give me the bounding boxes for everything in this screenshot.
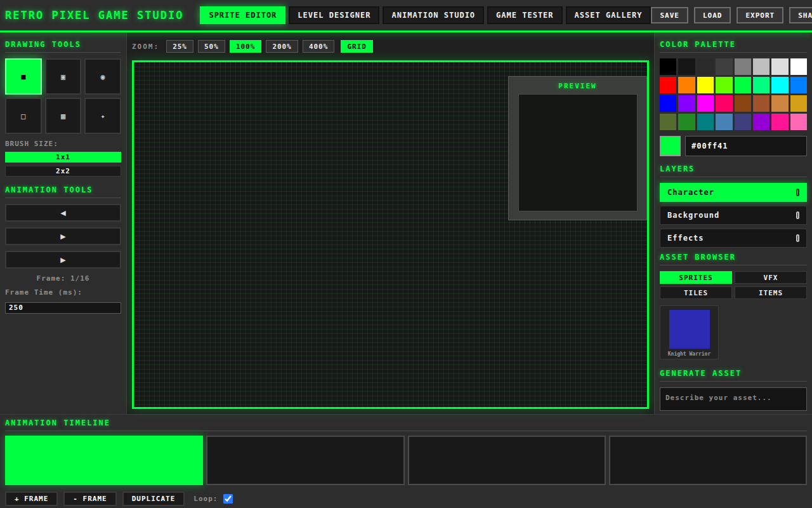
- palette-swatch[interactable]: [697, 58, 714, 75]
- animation-transport-button[interactable]: ▶: [5, 251, 121, 269]
- asset-category-tab[interactable]: ITEMS: [735, 286, 807, 299]
- palette-swatch[interactable]: [790, 77, 807, 93]
- layer-item[interactable]: Character: [660, 183, 807, 202]
- palette-swatch[interactable]: [697, 114, 714, 130]
- nav-tab[interactable]: ANIMATION STUDIO: [383, 6, 484, 24]
- asset-description-input[interactable]: [660, 387, 807, 411]
- timeline-frame[interactable]: [609, 436, 807, 485]
- timeline-frame[interactable]: [408, 436, 606, 485]
- pixel-canvas[interactable]: PREVIEW: [132, 60, 649, 409]
- app-header: RETRO PIXEL GAME STUDIO SPRITE EDITOR LE…: [0, 0, 812, 32]
- app-title: RETRO PIXEL GAME STUDIO: [5, 9, 183, 22]
- generate-asset-title: GENERATE ASSET: [660, 369, 807, 382]
- brush-size-list: 1x1 2x2: [5, 152, 121, 177]
- timeline-button[interactable]: + FRAME: [5, 491, 58, 506]
- palette-swatch[interactable]: [716, 58, 732, 75]
- main-nav: SPRITE EDITOR LEVEL DESIGNER ANIMATION S…: [200, 6, 651, 24]
- palette-swatch[interactable]: [716, 114, 732, 130]
- brush-size-button[interactable]: 1x1: [5, 152, 121, 163]
- zoom-bar: ZOOM: 25% 50% 100% 200% 400% GRID: [132, 32, 649, 60]
- tool-icon: ✦: [101, 112, 105, 121]
- layer-visibility-icon[interactable]: [796, 189, 799, 196]
- brush-size-button[interactable]: 2x2: [5, 166, 121, 177]
- animation-transport-button[interactable]: ▶: [5, 227, 121, 245]
- layer-visibility-icon[interactable]: [796, 234, 799, 242]
- loop-checkbox[interactable]: [223, 494, 233, 504]
- animation-transport-button[interactable]: ◀: [5, 204, 121, 222]
- layer-item[interactable]: Effects: [660, 229, 807, 248]
- palette-swatch[interactable]: [678, 95, 695, 112]
- nav-tab[interactable]: SPRITE EDITOR: [200, 6, 285, 24]
- palette-swatch[interactable]: [678, 58, 695, 75]
- palette-swatch[interactable]: [790, 95, 807, 112]
- timeline-frame[interactable]: [206, 436, 404, 485]
- timeline-button[interactable]: - FRAME: [63, 491, 116, 506]
- palette-swatch[interactable]: [735, 114, 751, 130]
- palette-swatch[interactable]: [660, 77, 676, 93]
- nav-tab[interactable]: LEVEL DESIGNER: [289, 6, 379, 24]
- palette-swatch[interactable]: [790, 58, 807, 75]
- asset-category-tab[interactable]: TILES: [660, 286, 732, 299]
- hex-color-input[interactable]: [685, 136, 807, 156]
- palette-swatch[interactable]: [753, 77, 769, 93]
- palette-swatch[interactable]: [660, 114, 676, 130]
- palette-swatch[interactable]: [678, 114, 695, 130]
- palette-swatch[interactable]: [790, 114, 807, 130]
- header-action-button[interactable]: SAVE: [651, 7, 688, 23]
- layer-visibility-icon[interactable]: [796, 211, 799, 219]
- palette-swatch[interactable]: [735, 95, 751, 112]
- layer-item[interactable]: Background: [660, 206, 807, 225]
- transport-icon: ▶: [60, 232, 65, 241]
- palette-swatch[interactable]: [771, 58, 788, 75]
- palette-swatch[interactable]: [735, 58, 751, 75]
- tool-icon: ◉: [101, 72, 105, 81]
- tool-icon: ▣: [61, 72, 65, 81]
- palette-swatch[interactable]: [678, 77, 695, 93]
- palette-swatch[interactable]: [660, 58, 676, 75]
- tool-button[interactable]: ◉: [84, 58, 121, 95]
- zoom-level-button[interactable]: 100%: [230, 40, 262, 53]
- palette-swatch[interactable]: [697, 95, 714, 112]
- palette-swatch[interactable]: [753, 114, 769, 130]
- header-action-button[interactable]: LOAD: [694, 7, 731, 23]
- palette-swatch[interactable]: [771, 95, 788, 112]
- asset-card[interactable]: Knight Warrior: [660, 305, 719, 359]
- palette-grid: [660, 58, 807, 130]
- tool-icon: ▦: [61, 112, 65, 121]
- grid-toggle-button[interactable]: GRID: [341, 40, 373, 53]
- tool-button[interactable]: ■: [5, 58, 42, 95]
- palette-swatch[interactable]: [753, 58, 769, 75]
- header-action-button[interactable]: SHARE: [789, 7, 812, 23]
- zoom-level-button[interactable]: 25%: [166, 40, 193, 53]
- tool-button[interactable]: ▦: [45, 98, 82, 134]
- layer-label: Effects: [667, 234, 704, 243]
- frame-time-input[interactable]: [5, 302, 121, 314]
- frame-time-label: Frame Time (ms):: [5, 288, 121, 297]
- asset-label: Knight Warrior: [663, 351, 716, 357]
- nav-tab[interactable]: GAME TESTER: [487, 6, 562, 24]
- palette-swatch[interactable]: [697, 77, 714, 93]
- current-color-swatch[interactable]: [660, 136, 681, 156]
- drawing-tools-title: DRAWING TOOLS: [5, 40, 121, 53]
- palette-swatch[interactable]: [716, 95, 732, 112]
- tool-button[interactable]: ✦: [84, 98, 121, 134]
- palette-swatch[interactable]: [660, 95, 676, 112]
- zoom-level-button[interactable]: 200%: [266, 40, 298, 53]
- timeline-frame[interactable]: [5, 436, 203, 485]
- tool-button[interactable]: □: [5, 98, 42, 134]
- nav-tab[interactable]: ASSET GALLERY: [566, 6, 652, 24]
- palette-swatch[interactable]: [735, 77, 751, 93]
- palette-swatch[interactable]: [753, 95, 769, 112]
- zoom-level-button[interactable]: 50%: [198, 40, 225, 53]
- asset-category-tab[interactable]: VFX: [735, 271, 807, 284]
- tool-button[interactable]: ▣: [45, 58, 82, 95]
- palette-swatch[interactable]: [771, 114, 788, 130]
- zoom-level-button[interactable]: 400%: [303, 40, 335, 53]
- asset-category-tab[interactable]: SPRITES: [660, 271, 732, 284]
- zoom-buttons: 25% 50% 100% 200% 400%: [166, 40, 334, 53]
- palette-swatch[interactable]: [716, 77, 732, 93]
- timeline-controls: + FRAME - FRAME DUPLICATE Loop:: [5, 491, 807, 506]
- header-action-button[interactable]: EXPORT: [737, 7, 783, 23]
- timeline-button[interactable]: DUPLICATE: [122, 491, 185, 506]
- palette-swatch[interactable]: [771, 77, 788, 93]
